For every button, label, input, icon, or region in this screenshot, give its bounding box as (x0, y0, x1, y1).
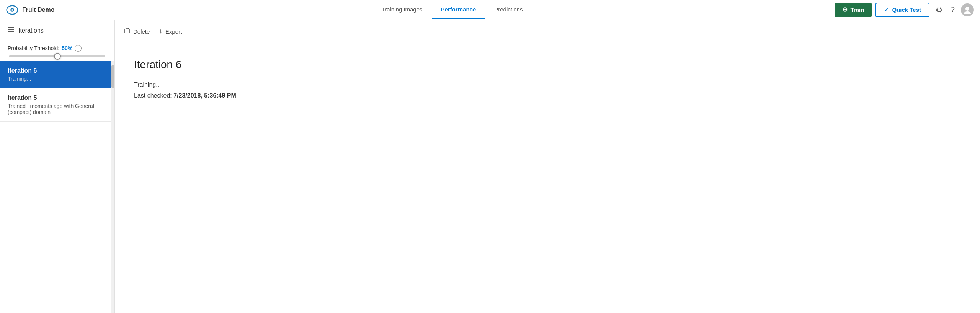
tab-training-images[interactable]: Training Images (372, 1, 432, 19)
sidebar-header: Iterations (0, 20, 114, 39)
export-button[interactable]: ↓ Export (159, 26, 182, 37)
iterations-title: Iterations (18, 27, 44, 34)
avatar[interactable] (961, 3, 974, 16)
svg-rect-6 (8, 29, 14, 30)
last-checked-value: 7/23/2018, 5:36:49 PM (173, 92, 236, 99)
header-actions: ⚙ Train ✓ Quick Test ⚙ ? (835, 3, 974, 17)
iteration-item-6[interactable]: Iteration 6 Training... (0, 61, 111, 88)
quick-test-button[interactable]: ✓ Quick Test (875, 3, 929, 17)
svg-point-3 (965, 7, 969, 11)
iteration-training-status: Training... (134, 82, 961, 88)
prob-label-row: Probability Threshold: 50% i (8, 45, 107, 52)
probability-slider[interactable] (8, 55, 107, 57)
slider-fill (9, 55, 57, 57)
main-layout: Iterations Probability Threshold: 50% i (0, 20, 980, 313)
sidebar-scrollbar-thumb[interactable] (111, 65, 114, 88)
sidebar: Iterations Probability Threshold: 50% i (0, 20, 115, 313)
slider-thumb[interactable] (54, 53, 61, 60)
help-question-icon: ? (951, 6, 955, 14)
help-button[interactable]: ? (949, 3, 957, 16)
app-header: Fruit Demo Training Images Performance P… (0, 0, 980, 20)
app-name: Fruit Demo (22, 7, 54, 13)
iteration-6-status: Training... (8, 76, 104, 82)
export-download-icon: ↓ (159, 28, 162, 35)
tab-predictions[interactable]: Predictions (485, 1, 532, 19)
trash-icon (124, 28, 130, 35)
delete-label: Delete (133, 28, 150, 35)
layers-icon (8, 27, 15, 34)
svg-rect-8 (125, 29, 129, 33)
svg-point-2 (11, 9, 13, 11)
svg-rect-7 (8, 31, 14, 32)
prob-value: 50% (62, 45, 72, 51)
tab-performance[interactable]: Performance (432, 1, 485, 19)
main-nav: Training Images Performance Predictions (70, 1, 834, 19)
last-checked-label: Last checked: (134, 92, 172, 99)
sidebar-scrollbar[interactable] (111, 61, 114, 313)
iteration-6-name: Iteration 6 (8, 67, 104, 74)
iteration-list: Iteration 6 Training... Iteration 5 Trai… (0, 61, 111, 313)
iteration-last-checked: Last checked: 7/23/2018, 5:36:49 PM (134, 92, 961, 99)
export-label: Export (165, 28, 182, 35)
train-button[interactable]: ⚙ Train (835, 3, 872, 17)
iteration-item-5[interactable]: Iteration 5 Trained : moments ago with G… (0, 88, 111, 122)
svg-point-4 (964, 11, 971, 14)
settings-button[interactable]: ⚙ (933, 3, 945, 17)
iteration-5-status: Trained : moments ago with General (comp… (8, 103, 104, 115)
prob-label: Probability Threshold: (8, 45, 59, 51)
settings-gear-icon: ⚙ (936, 5, 942, 15)
app-logo-icon (6, 4, 18, 16)
content-toolbar: Delete ↓ Export (115, 20, 980, 43)
slider-track (9, 55, 105, 57)
content-main: Iteration 6 Training... Last checked: 7/… (115, 43, 980, 313)
info-icon[interactable]: i (75, 45, 82, 52)
svg-rect-5 (8, 27, 14, 28)
sidebar-title-row: Iterations (8, 27, 107, 34)
train-gear-icon: ⚙ (842, 6, 848, 13)
content-area: Delete ↓ Export Iteration 6 Training... … (115, 20, 980, 313)
app-logo-group: Fruit Demo (6, 4, 54, 16)
iteration-detail-title: Iteration 6 (134, 59, 961, 71)
quick-test-check-icon: ✓ (884, 7, 889, 13)
avatar-icon (963, 6, 972, 14)
iteration-5-name: Iteration 5 (8, 95, 104, 101)
delete-button[interactable]: Delete (124, 26, 150, 37)
probability-section: Probability Threshold: 50% i (0, 39, 114, 61)
